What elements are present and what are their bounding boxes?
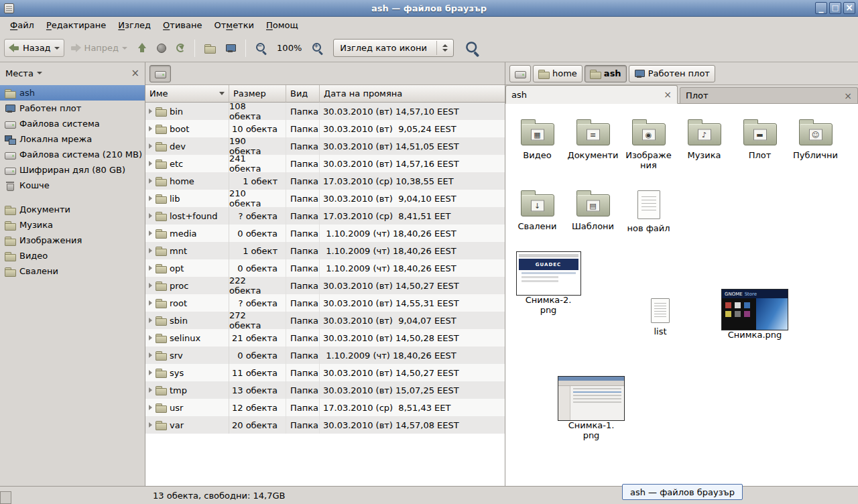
up-button[interactable]: [133, 40, 151, 56]
table-row[interactable]: sys 11 обекта Папка 30.03.2010 (вт) 14,5…: [145, 364, 505, 381]
back-history-icon[interactable]: [54, 47, 60, 50]
tab-ash[interactable]: ash ×: [505, 85, 678, 104]
icon-view[interactable]: ▦ Видео ≡ Документи: [505, 104, 858, 486]
sidebar-item[interactable]: Документи: [0, 202, 145, 217]
home-button[interactable]: [200, 40, 219, 57]
table-row[interactable]: dev 190 обекта Папка 30.03.2010 (вт) 14,…: [145, 137, 505, 155]
table-row[interactable]: media 0 обекта Папка 1.10.2009 (чт) 18,4…: [145, 225, 505, 242]
root-crumb-button[interactable]: [149, 65, 171, 82]
expander-icon[interactable]: [149, 265, 152, 271]
file-snimka2[interactable]: GUADEC Снимка-2.png: [511, 251, 586, 315]
column-header-date[interactable]: Дата на промяна: [320, 85, 505, 103]
forward-button[interactable]: Напред: [66, 40, 131, 56]
file-icon-item[interactable]: ◉ Изображения: [621, 117, 676, 184]
file-icon-item[interactable]: ▦ Видео: [509, 117, 565, 184]
expander-icon[interactable]: [149, 370, 152, 375]
sidebar-selector-icon[interactable]: [37, 72, 42, 74]
menu-item[interactable]: Отиване: [157, 17, 208, 33]
sidebar-item[interactable]: Шифриран дял (80 GB): [0, 162, 145, 178]
expander-icon[interactable]: [149, 231, 152, 236]
maximize-button[interactable]: □: [829, 2, 841, 14]
column-header-name[interactable]: Име: [145, 85, 229, 103]
file-icon-item[interactable]: нов файл: [621, 188, 676, 255]
table-row[interactable]: opt 0 обекта Папка 1.10.2009 (чт) 18,40,…: [145, 259, 505, 277]
minimize-button[interactable]: ▁: [815, 2, 827, 14]
expander-icon[interactable]: [149, 178, 152, 184]
menu-item[interactable]: Изглед: [112, 17, 157, 33]
expander-icon[interactable]: [149, 248, 152, 253]
reload-button[interactable]: [172, 40, 189, 56]
table-row[interactable]: mnt 1 обект Папка 1.10.2009 (чт) 18,40,2…: [145, 242, 505, 259]
taskbar-window-button[interactable]: ash — файлов браузър: [622, 484, 743, 500]
expander-icon[interactable]: [149, 335, 152, 340]
expander-icon[interactable]: [149, 353, 152, 358]
expander-icon[interactable]: [149, 196, 152, 201]
menu-item[interactable]: Файл: [4, 17, 40, 33]
table-row[interactable]: tmp 13 обекта Папка 30.03.2010 (вт) 15,0…: [145, 381, 505, 399]
table-row[interactable]: usr 12 обекта Папка 17.03.2010 (ср) 8,51…: [145, 399, 505, 416]
sidebar-item[interactable]: ash: [0, 85, 145, 101]
sidebar-close-icon[interactable]: ×: [131, 68, 139, 78]
column-header-type[interactable]: Вид: [286, 85, 320, 103]
expander-icon[interactable]: [149, 405, 152, 410]
file-icon-item[interactable]: ▬ Плот: [732, 117, 788, 184]
tab-close-icon[interactable]: ×: [844, 91, 852, 101]
search-button[interactable]: [463, 39, 482, 57]
file-icon-item[interactable]: ♪ Музика: [676, 117, 732, 184]
expander-icon[interactable]: [149, 283, 152, 288]
table-row[interactable]: proc 222 обекта Папка 30.03.2010 (вт) 14…: [145, 277, 505, 294]
expander-icon[interactable]: [149, 422, 152, 428]
expander-icon[interactable]: [149, 213, 152, 218]
menu-item[interactable]: Помощ: [260, 17, 304, 33]
view-mode-select[interactable]: Изглед като икони: [333, 39, 454, 57]
expander-icon[interactable]: [149, 143, 152, 149]
close-button[interactable]: ×: [843, 2, 855, 14]
expander-icon[interactable]: [149, 126, 152, 131]
file-icon-item[interactable]: ≡ Документи: [565, 117, 621, 184]
root-crumb-button[interactable]: [509, 65, 531, 82]
table-row[interactable]: home 1 обект Папка 17.03.2010 (ср) 10,38…: [145, 172, 505, 190]
home-crumb-button[interactable]: home: [533, 65, 583, 82]
table-row[interactable]: root ? обекта Папка 30.03.2010 (вт) 14,5…: [145, 294, 505, 312]
file-icon-item[interactable]: ↓ Свалени: [509, 188, 565, 255]
desktop-crumb-button[interactable]: Работен плот: [629, 65, 715, 82]
sidebar-item[interactable]: Видео: [0, 248, 145, 263]
table-row[interactable]: boot 10 обекта Папка 30.03.2010 (вт) 9,0…: [145, 120, 505, 137]
table-row[interactable]: bin 108 обекта Папка 30.03.2010 (вт) 14,…: [145, 103, 505, 120]
table-row[interactable]: selinux 21 обекта Папка 30.03.2010 (вт) …: [145, 329, 505, 346]
table-row[interactable]: sbin 272 обекта Папка 30.03.2010 (вт) 9,…: [145, 312, 505, 329]
stop-button[interactable]: [153, 40, 170, 56]
current-crumb-button[interactable]: ash: [585, 65, 627, 82]
zoom-out-button[interactable]: −: [251, 39, 271, 57]
column-header-size[interactable]: Размер: [229, 85, 286, 103]
computer-button[interactable]: [221, 40, 240, 57]
sidebar-item[interactable]: Файлова система: [0, 116, 145, 131]
file-icon-item[interactable]: ▤ Шаблони: [565, 188, 621, 255]
file-icon-item[interactable]: ☺ Публични: [788, 117, 843, 184]
menu-item[interactable]: Редактиране: [40, 17, 112, 33]
sidebar-item[interactable]: Музика: [0, 217, 145, 233]
expander-icon[interactable]: [149, 109, 152, 114]
file-snimka1[interactable]: Снимка-1.png: [554, 376, 629, 440]
expander-icon[interactable]: [149, 387, 152, 393]
back-button[interactable]: Назад: [4, 39, 64, 57]
file-snimka[interactable]: GNOMEStore Снимка.png: [717, 289, 792, 340]
sidebar-item[interactable]: Кошче: [0, 178, 145, 193]
sidebar-title[interactable]: Места: [5, 68, 34, 78]
sidebar-item[interactable]: Работен плот: [0, 101, 145, 116]
sidebar-item[interactable]: Изображения: [0, 233, 145, 248]
sidebar-item[interactable]: Файлова система (210 MB): [0, 147, 145, 162]
table-row[interactable]: lost+found ? обекта Папка 17.03.2010 (ср…: [145, 207, 505, 225]
file-list-doc[interactable]: list: [638, 298, 682, 337]
zoom-in-button[interactable]: +: [308, 39, 327, 57]
menu-item[interactable]: Отметки: [208, 17, 261, 33]
expander-icon[interactable]: [149, 161, 152, 166]
expander-icon[interactable]: [149, 318, 152, 323]
expander-icon[interactable]: [149, 300, 152, 306]
sidebar-item[interactable]: Локална мрежа: [0, 131, 145, 147]
table-row[interactable]: lib 210 обекта Папка 30.03.2010 (вт) 9,0…: [145, 190, 505, 207]
titlebar[interactable]: ash — файлов браузър ▁ □ ×: [0, 0, 858, 17]
table-row[interactable]: etc 241 обекта Папка 30.03.2010 (вт) 14,…: [145, 155, 505, 172]
tab-plot[interactable]: Плот ×: [680, 87, 858, 103]
tab-close-icon[interactable]: ×: [664, 90, 672, 99]
